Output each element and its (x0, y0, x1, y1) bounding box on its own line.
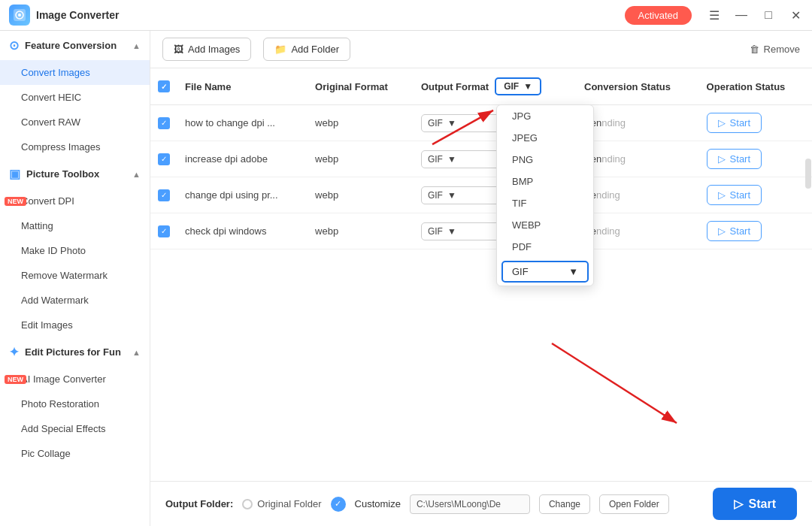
select-all-header[interactable]: ✓ (150, 68, 177, 105)
sidebar-item-photo-restoration[interactable]: Photo Restoration (0, 391, 150, 416)
add-folder-icon: 📁 (274, 44, 286, 55)
main-layout: ⊙ Feature Conversion ▲ Convert Images Co… (0, 31, 812, 526)
add-special-effects-label: Add Special Effects (21, 423, 106, 434)
minimize-button[interactable]: — (734, 8, 749, 23)
dropdown-item-jpeg[interactable]: JPEG (497, 127, 593, 149)
row-1-operation[interactable]: ▷ Start (699, 105, 812, 141)
sidebar-item-matting[interactable]: Matting (0, 213, 150, 238)
row-3-checkbox-cell[interactable]: ✓ (150, 177, 177, 213)
row-4-checkbox[interactable]: ✓ (158, 225, 170, 237)
row-4-dropdown-arrow: ▼ (447, 226, 456, 237)
row-2-operation[interactable]: ▷ Start (699, 141, 812, 177)
sidebar-item-add-watermark[interactable]: Add Watermark (0, 288, 150, 313)
row-4-original-format: webp (308, 213, 414, 249)
table-area: ✓ File Name Original Format Output Forma… (150, 68, 812, 481)
row-2-checkbox-cell[interactable]: ✓ (150, 141, 177, 177)
sidebar-item-edit-images[interactable]: Edit Images (0, 313, 150, 337)
col-operation-status: Operation Status (699, 68, 812, 105)
remove-label: Remove (764, 44, 800, 55)
sidebar-item-ai-image-converter[interactable]: NEW AI Image Converter (0, 367, 150, 391)
original-folder-radio[interactable] (242, 499, 253, 509)
dropdown-item-png[interactable]: PNG (497, 149, 593, 171)
row-2-checkbox[interactable]: ✓ (158, 153, 170, 165)
maximize-button[interactable]: □ (761, 8, 776, 23)
row-3-original-format: webp (308, 177, 414, 213)
edit-pictures-icon: ✦ (9, 345, 19, 359)
table-row: ✓ how to change dpi ... webp GIF ▼ Pennd… (150, 105, 812, 141)
sidebar-item-pic-collage[interactable]: Pic Collage (0, 441, 150, 466)
dropdown-item-tif[interactable]: TIF (497, 192, 593, 214)
add-folder-label: Add Folder (291, 44, 339, 55)
play-icon: ▷ (718, 117, 726, 128)
remove-watermark-label: Remove Watermark (21, 270, 108, 281)
play-icon-2: ▷ (718, 153, 726, 165)
picture-toolbox-icon: ▣ (9, 167, 20, 181)
sidebar-item-remove-watermark[interactable]: Remove Watermark (0, 263, 150, 288)
row-1-format-value: GIF (428, 118, 443, 128)
row-2-dropdown-arrow: ▼ (447, 154, 456, 165)
sidebar-item-convert-heic[interactable]: Convert HEIC (0, 85, 150, 110)
row-1-start-button[interactable]: ▷ Start (707, 113, 762, 133)
sidebar-item-compress-images[interactable]: Compress Images (0, 135, 150, 159)
row-3-start-button[interactable]: ▷ Start (707, 185, 762, 205)
row-1-filename: how to change dpi ... (177, 105, 308, 141)
edit-pictures-label: Edit Pictures for Fun (25, 346, 121, 358)
chevron-up-icon-3: ▲ (132, 348, 141, 357)
activated-button[interactable]: Activated (625, 6, 692, 25)
col-file-name: File Name (177, 68, 308, 105)
table-row: ✓ increase dpi adobe webp GIF ▼ Pennding (150, 141, 812, 177)
chevron-up-icon-2: ▲ (132, 170, 141, 179)
dropdown-item-pdf[interactable]: PDF (497, 236, 593, 258)
change-button[interactable]: Change (539, 494, 590, 514)
sidebar-item-convert-images[interactable]: Convert Images (0, 60, 150, 85)
row-4-operation[interactable]: ▷ Start (699, 213, 812, 249)
row-3-operation[interactable]: ▷ Start (699, 177, 812, 213)
sidebar-item-convert-raw[interactable]: Convert RAW (0, 110, 150, 135)
remove-button[interactable]: 🗑 Remove (750, 44, 800, 55)
sidebar-item-add-special-effects[interactable]: Add Special Effects (0, 416, 150, 441)
compress-images-label: Compress Images (21, 141, 100, 153)
row-4-start-button[interactable]: ▷ Start (707, 221, 762, 241)
menu-button[interactable]: ☰ (707, 8, 722, 23)
sidebar-section-picture-toolbox[interactable]: ▣ Picture Toolbox ▲ (0, 159, 150, 189)
col-output-format: Output Format GIF ▼ (414, 68, 577, 105)
svg-line-5 (552, 343, 677, 423)
scrollbar[interactable] (805, 159, 811, 189)
new-badge-convert-dpi: NEW (5, 197, 26, 206)
start-label-3: Start (730, 189, 750, 201)
new-badge-ai: NEW (5, 375, 26, 384)
dropdown-selected-value: GIF (512, 266, 529, 277)
row-1-checkbox-cell[interactable]: ✓ (150, 105, 177, 141)
original-folder-radio-group[interactable]: Original Folder (242, 498, 321, 509)
dropdown-selected-gif[interactable]: GIF ▼ (501, 261, 589, 283)
dropdown-item-jpg[interactable]: JPG (497, 105, 593, 127)
add-images-button[interactable]: 🖼 Add Images (162, 38, 251, 61)
ai-image-converter-label: AI Image Converter (21, 373, 106, 385)
big-start-button[interactable]: ▷ Start (713, 488, 797, 520)
add-folder-button[interactable]: 📁 Add Folder (263, 38, 350, 61)
sidebar-section-feature-conversion[interactable]: ⊙ Feature Conversion ▲ (0, 31, 150, 60)
sidebar-section-edit-pictures[interactable]: ✦ Edit Pictures for Fun ▲ (0, 337, 150, 367)
photo-restoration-label: Photo Restoration (21, 398, 99, 410)
open-folder-button[interactable]: Open Folder (599, 494, 669, 514)
row-2-start-button[interactable]: ▷ Start (707, 149, 762, 169)
convert-raw-label: Convert RAW (21, 116, 80, 128)
sidebar-item-make-id-photo[interactable]: Make ID Photo (0, 238, 150, 263)
row-2-filename: increase dpi adobe (177, 141, 308, 177)
chevron-up-icon: ▲ (132, 41, 141, 50)
table-row: ✓ change dpi using pr... webp GIF ▼ Pend… (150, 177, 812, 213)
close-button[interactable]: ✕ (788, 8, 803, 23)
convert-images-label: Convert Images (21, 67, 90, 78)
output-path-input[interactable] (410, 494, 530, 514)
row-1-checkbox[interactable]: ✓ (158, 117, 170, 129)
output-format-global-select[interactable]: GIF ▼ (495, 77, 541, 95)
row-3-checkbox[interactable]: ✓ (158, 189, 170, 201)
dropdown-item-webp[interactable]: WEBP (497, 214, 593, 236)
content-area: 🖼 Add Images 📁 Add Folder 🗑 Remove ✓ (150, 31, 812, 526)
row-4-checkbox-cell[interactable]: ✓ (150, 213, 177, 249)
convert-dpi-label: Convert DPI (21, 195, 74, 207)
select-all-checkbox[interactable]: ✓ (158, 80, 170, 92)
dropdown-item-bmp[interactable]: BMP (497, 171, 593, 192)
row-2-format-value: GIF (428, 154, 443, 165)
sidebar-item-convert-dpi[interactable]: NEW Convert DPI (0, 189, 150, 213)
